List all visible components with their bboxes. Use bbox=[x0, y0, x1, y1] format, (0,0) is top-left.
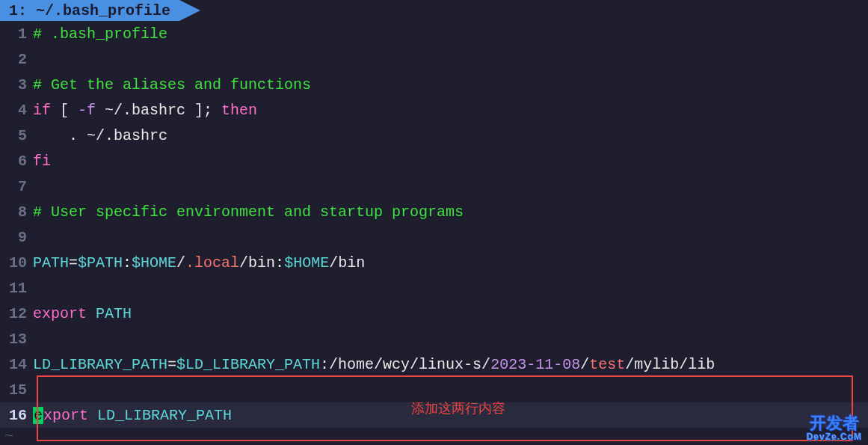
line-number: 4 bbox=[0, 102, 33, 119]
code-line: 3 # Get the aliases and functions bbox=[0, 72, 868, 97]
line-number: 12 bbox=[0, 305, 33, 322]
code-line: 10 PATH=$PATH:$HOME/.local/bin:$HOME/bin bbox=[0, 250, 868, 275]
tab-label: 1: ~/.bash_profile bbox=[9, 2, 170, 19]
line-number: 14 bbox=[0, 356, 33, 373]
line-number: 6 bbox=[0, 153, 33, 170]
empty-line-tilde: ~ bbox=[0, 428, 868, 445]
line-number: 3 bbox=[0, 76, 33, 93]
comment: # .bash_profile bbox=[33, 25, 167, 43]
line-number: 10 bbox=[0, 254, 33, 271]
line-number: 15 bbox=[0, 381, 33, 399]
line-number: 5 bbox=[0, 127, 33, 144]
code-line: 15 bbox=[0, 377, 868, 402]
comment: # Get the aliases and functions bbox=[33, 76, 311, 93]
code-editor[interactable]: 1 # .bash_profile 2 3 # Get the aliases … bbox=[0, 21, 868, 445]
keyword-if: if bbox=[33, 102, 51, 119]
line-number: 2 bbox=[0, 51, 33, 68]
code-line-current: 16 export LD_LIBRARY_PATH bbox=[0, 402, 868, 428]
line-number: 13 bbox=[0, 331, 33, 348]
line-number: 8 bbox=[0, 203, 33, 221]
tab-bar: 1: ~/.bash_profile bbox=[0, 0, 868, 21]
code-line: 7 bbox=[0, 174, 868, 199]
line-number: 16 bbox=[0, 407, 33, 424]
keyword-fi: fi bbox=[33, 153, 51, 170]
cursor: e bbox=[33, 407, 43, 424]
code-line: 1 # .bash_profile bbox=[0, 21, 868, 46]
code-line: 9 bbox=[0, 224, 868, 250]
code-line: 5 . ~/.bashrc bbox=[0, 123, 868, 148]
code-line: 14 LD_LIBRARY_PATH=$LD_LIBRARY_PATH:/hom… bbox=[0, 352, 868, 377]
comment: # User specific environment and startup … bbox=[33, 203, 464, 221]
line-number: 11 bbox=[0, 280, 33, 297]
code-line: 2 bbox=[0, 46, 868, 72]
code-line: 11 bbox=[0, 275, 868, 301]
line-number: 1 bbox=[0, 25, 33, 43]
code-line: 12 export PATH bbox=[0, 301, 868, 326]
code-line: 13 bbox=[0, 326, 868, 352]
line-number: 9 bbox=[0, 229, 33, 246]
code-line: 8 # User specific environment and startu… bbox=[0, 199, 868, 224]
tab-bash-profile[interactable]: 1: ~/.bash_profile bbox=[0, 0, 179, 21]
code-line: 4 if [ -f ~/.bashrc ]; then bbox=[0, 97, 868, 123]
line-number: 7 bbox=[0, 178, 33, 195]
keyword-export: export bbox=[33, 305, 87, 322]
code-line: 6 fi bbox=[0, 148, 868, 174]
